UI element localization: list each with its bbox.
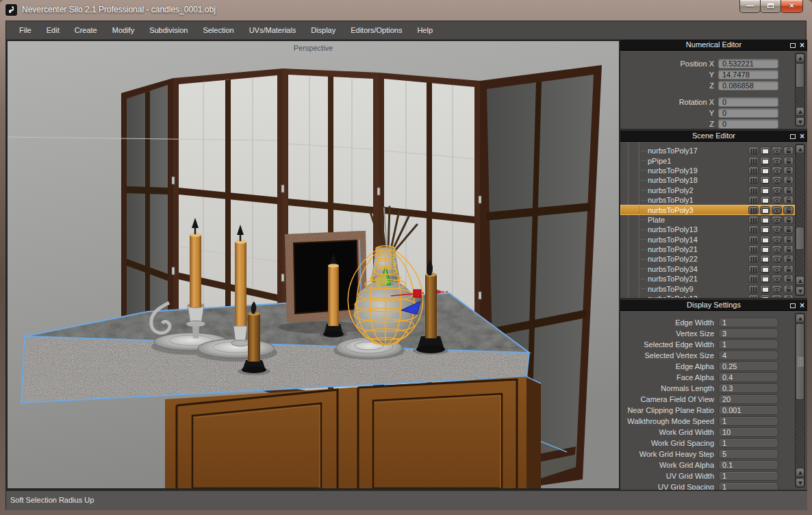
scroll-thumb[interactable] [796, 227, 804, 250]
panel-close-icon[interactable]: × [800, 41, 804, 50]
scene-item-nurbstopoly14[interactable]: nurbsToPoly14 [620, 235, 795, 244]
setting-input[interactable]: 1 [718, 482, 778, 490]
display-mode-button[interactable] [748, 147, 759, 155]
menu-uvs-materials[interactable]: UVs/Materials [242, 21, 303, 39]
display-mode-button[interactable] [748, 166, 759, 175]
scroll-thumb[interactable] [796, 323, 804, 400]
scene-item-nurbstopoly12[interactable]: nurbsToPoly12 [620, 294, 795, 298]
lock-button[interactable] [783, 255, 794, 263]
solid-mode-button[interactable] [760, 196, 770, 204]
scroll-up-button[interactable] [796, 53, 804, 62]
close-button[interactable]: × [781, 0, 803, 13]
scene-item-nurbstopoly2[interactable]: nurbsToPoly2 [620, 186, 795, 195]
display-mode-button[interactable] [748, 285, 759, 293]
lock-button[interactable] [783, 196, 794, 204]
maximize-button[interactable] [760, 0, 781, 13]
visibility-button[interactable] [772, 255, 782, 263]
scene-item-ppipe1[interactable]: pPipe1 [620, 155, 795, 165]
numeric-input[interactable]: 0 [718, 108, 778, 118]
visibility-button[interactable] [772, 206, 782, 214]
scroll-down-button[interactable] [796, 117, 804, 126]
numerical-editor-header[interactable]: Numerical Editor × [620, 40, 807, 51]
panel-maximize-icon[interactable] [790, 134, 796, 139]
display-mode-button[interactable] [748, 157, 759, 165]
visibility-button[interactable] [772, 147, 782, 155]
lock-button[interactable] [783, 245, 794, 253]
scene-item-nurbstopoly13[interactable]: nurbsToPoly13 [620, 225, 795, 234]
display-mode-button[interactable] [748, 245, 759, 253]
lock-button[interactable] [783, 147, 794, 155]
solid-mode-button[interactable] [760, 157, 770, 165]
display-mode-button[interactable] [748, 255, 759, 263]
menu-edit[interactable]: Edit [39, 21, 67, 39]
lock-button[interactable] [783, 157, 794, 165]
visibility-button[interactable] [772, 176, 782, 184]
scroll-up-button[interactable] [796, 276, 804, 285]
solid-mode-button[interactable] [760, 236, 770, 244]
solid-mode-button[interactable] [760, 275, 770, 283]
scene-item-nurbstopoly18[interactable]: nurbsToPoly18 [620, 175, 795, 185]
solid-mode-button[interactable] [760, 186, 770, 194]
visibility-button[interactable] [772, 294, 782, 298]
scene-item-nurbstopoly22[interactable]: nurbsToPoly22 [620, 254, 795, 264]
solid-mode-button[interactable] [760, 225, 770, 234]
solid-mode-button[interactable] [760, 294, 770, 298]
scroll-down-button[interactable] [796, 286, 804, 295]
scroll-up-button[interactable] [796, 468, 804, 477]
solid-mode-button[interactable] [760, 147, 770, 155]
scene-item-nurbstopoly9[interactable]: nurbsToPoly9 [620, 284, 795, 293]
scene-item-nurbstopoly21[interactable]: nurbsToPoly21 [620, 244, 795, 254]
setting-input[interactable]: 5 [718, 449, 778, 459]
x-axis-handle[interactable] [414, 290, 421, 297]
panel-maximize-icon[interactable] [790, 303, 796, 308]
menu-subdivision[interactable]: Subdivision [142, 21, 195, 39]
display-mode-button[interactable] [748, 265, 759, 273]
solid-mode-button[interactable] [760, 255, 770, 263]
setting-input[interactable]: 10 [718, 427, 778, 437]
lock-button[interactable] [783, 166, 794, 175]
visibility-button[interactable] [772, 225, 782, 234]
display-settings-header[interactable]: Display Settings × [620, 300, 807, 311]
scene-item-nurbstopoly34[interactable]: nurbsToPoly34 [620, 264, 795, 274]
solid-mode-button[interactable] [760, 176, 770, 184]
scene-item-nurbstopoly17[interactable]: nurbsToPoly17 [620, 146, 795, 155]
display-mode-button[interactable] [748, 225, 759, 234]
scroll-up-button[interactable] [796, 107, 804, 116]
setting-input[interactable]: 0.1 [718, 460, 778, 470]
scroll-down-button[interactable] [796, 478, 804, 487]
scroll-thumb[interactable] [796, 63, 804, 88]
menu-help[interactable]: Help [409, 21, 440, 39]
solid-mode-button[interactable] [760, 206, 770, 214]
title-bar[interactable]: Nevercenter Silo 2.1 Professional - cand… [0, 0, 812, 21]
scene-item-nurbstopoly19[interactable]: nurbsToPoly19 [620, 166, 795, 175]
setting-input[interactable]: 0.001 [718, 405, 778, 415]
display-scrollbar[interactable] [795, 313, 805, 488]
lock-button[interactable] [783, 206, 794, 214]
setting-input[interactable]: 0.4 [718, 373, 778, 382]
setting-input[interactable]: 4 [718, 351, 778, 360]
scene-editor-header[interactable]: Scene Editor × [620, 131, 807, 142]
visibility-button[interactable] [772, 285, 782, 293]
setting-input[interactable]: 1 [718, 416, 778, 426]
display-mode-button[interactable] [748, 196, 759, 204]
numeric-input[interactable]: 0 [718, 97, 778, 107]
setting-input[interactable]: 1 [718, 318, 778, 327]
lock-button[interactable] [783, 294, 794, 298]
menu-display[interactable]: Display [303, 21, 343, 39]
display-mode-button[interactable] [748, 206, 759, 214]
scene-item-plate[interactable]: Plate [620, 215, 795, 225]
solid-mode-button[interactable] [760, 166, 770, 175]
viewport-canvas[interactable] [8, 41, 619, 488]
setting-input[interactable]: 0.25 [718, 362, 778, 371]
display-mode-button[interactable] [748, 186, 759, 194]
panel-maximize-icon[interactable] [790, 43, 796, 48]
display-mode-button[interactable] [748, 236, 759, 244]
visibility-button[interactable] [772, 236, 782, 244]
menu-create[interactable]: Create [67, 21, 105, 39]
scene-item-nurbstopoly21[interactable]: nurbsToPoly21 [620, 274, 795, 284]
menu-file[interactable]: File [12, 21, 39, 39]
setting-input[interactable]: 1 [718, 471, 778, 481]
visibility-button[interactable] [772, 245, 782, 253]
display-mode-button[interactable] [748, 216, 759, 224]
setting-input[interactable]: 1 [718, 438, 778, 448]
